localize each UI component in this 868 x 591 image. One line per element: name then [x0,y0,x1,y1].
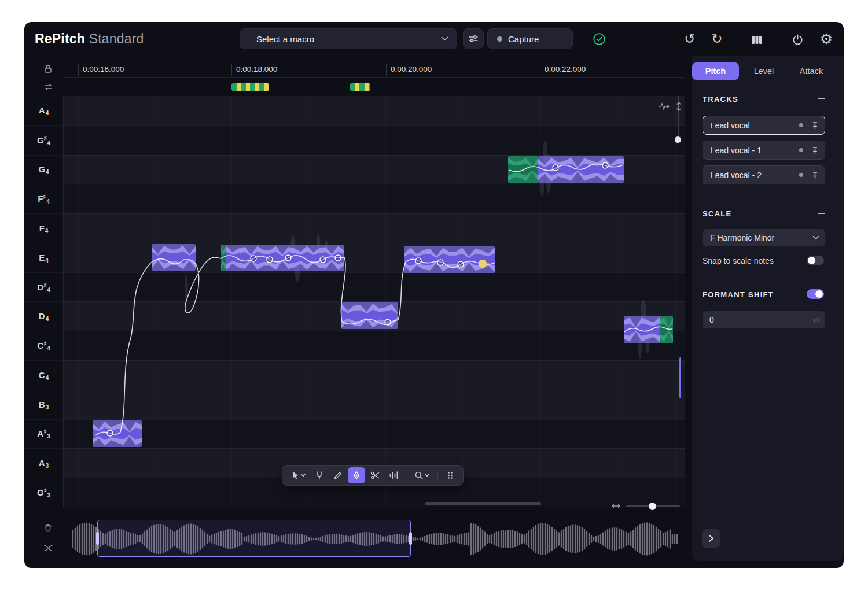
vertical-zoom-icon[interactable] [675,101,683,112]
pen-tool-button[interactable] [348,467,365,483]
overview-separator [24,515,685,515]
pitch-node[interactable] [251,256,256,261]
snap-to-scale-toggle[interactable] [807,256,824,265]
piano-key-gs3[interactable]: G♯3 [24,478,63,507]
pointer-tool-button[interactable] [286,467,310,483]
pitch-curves [95,164,672,435]
tab-pitch[interactable]: Pitch [692,62,739,80]
macro-select[interactable]: Select a macro [240,28,457,49]
toolbar-drag-handle[interactable] [442,467,459,483]
toolbar-divider [406,470,406,481]
scale-select[interactable]: F Harmonic Minor [703,229,825,246]
capture-status-dot [497,36,502,42]
pitch-node[interactable] [320,257,326,263]
track-mute-dot[interactable] [799,123,803,127]
tracks-section-title: TRACKS [703,95,738,104]
piano-key-e4[interactable]: E4 [24,243,63,272]
piano-key-a3[interactable]: A3 [24,448,63,478]
vertical-scroll-indicator[interactable] [679,357,681,398]
capture-lane[interactable] [64,78,685,97]
capture-button[interactable]: Capture [487,28,573,49]
snap-to-scale-label: Snap to scale notes [703,256,774,265]
panel-expand-button[interactable] [702,529,720,548]
scissors-tool-button[interactable] [366,467,384,483]
pitch-node[interactable] [335,255,341,261]
waveform-cursor-icon[interactable] [659,102,670,111]
app-window: RePitch Standard Select a macro Capture … [24,22,844,568]
pitch-node-active[interactable] [479,260,487,268]
tool-palette [282,465,464,486]
view-columns-button[interactable] [749,32,765,48]
tuning-fork-tool-button[interactable] [311,467,328,483]
redo-button[interactable]: ↻ [709,31,725,47]
piano-key-a4[interactable]: A4 [24,96,63,125]
undo-button[interactable]: ↺ [682,31,698,47]
track-mute-dot[interactable] [799,173,803,177]
tab-level[interactable]: Level [746,62,781,80]
pitch-node[interactable] [267,257,273,263]
track-mute-dot[interactable] [799,148,803,152]
track-item-lead-vocal[interactable]: Lead vocal [703,116,825,135]
zoom-slider-knob[interactable] [649,503,656,510]
pitch-node[interactable] [458,261,464,267]
tab-attack[interactable]: Attack [790,62,832,80]
pitch-node[interactable] [385,319,391,325]
pitch-node[interactable] [437,260,443,265]
piano-key-as3[interactable]: A♯3 [24,419,63,449]
pencil-tool-button[interactable] [329,467,347,483]
pitch-node[interactable] [415,258,421,264]
formant-section-title: FORMANT SHIFT [703,290,774,299]
zoom-tool-button[interactable] [410,467,434,483]
overview-strip[interactable] [69,519,683,559]
lock-icon[interactable] [39,60,57,77]
overview-selection[interactable] [97,520,411,557]
toolbar-divider [437,470,438,481]
piano-key-c4[interactable]: C4 [24,360,63,390]
scale-collapse-icon[interactable] [818,213,825,214]
piano-key-g4[interactable]: G4 [24,155,63,184]
track-item-lead-vocal-2[interactable]: Lead vocal - 2 [703,165,825,184]
pitch-node[interactable] [553,165,558,171]
vertical-scrollbar-handle[interactable] [675,136,681,143]
formant-shift-field[interactable]: 0 ct [703,311,825,328]
power-button[interactable] [789,31,806,47]
piano-key-ds4[interactable]: D♯4 [24,272,63,302]
pitch-node[interactable] [107,430,113,436]
piano-key-d4[interactable]: D4 [24,301,63,331]
formant-shift-toggle[interactable] [807,289,824,299]
piano-key-cs4[interactable]: C♯4 [24,331,63,360]
macro-select-value: Select a macro [256,34,441,44]
piano-key-b3[interactable]: B3 [24,390,63,419]
pitch-node[interactable] [602,162,608,168]
scale-section-title: SCALE [703,209,732,218]
pin-icon[interactable] [811,146,819,154]
pin-icon[interactable] [811,121,819,130]
timeline-ruler[interactable]: 0:00:16.000 0:00:18.000 0:00:20.000 0:00… [64,62,685,78]
pitch-node[interactable] [285,255,291,261]
horizontal-zoom-icon[interactable] [611,503,621,509]
warp-tool-button[interactable] [385,467,402,483]
selection-handle-left[interactable] [96,532,99,545]
macro-settings-button[interactable] [463,28,484,49]
pin-icon[interactable] [811,171,819,179]
tracks-collapse-icon[interactable] [818,98,825,99]
pitch-nodes [107,162,608,436]
crossfade-icon[interactable] [39,540,57,557]
panel-divider [703,197,825,197]
settings-gear-icon[interactable]: ⚙ [818,31,834,47]
scale-select-value: F Harmonic Minor [710,233,812,242]
brand-edition: Standard [89,31,144,46]
app-logo: RePitch Standard [35,31,144,47]
piano-key-gs4[interactable]: G♯4 [24,125,63,155]
track-item-lead-vocal-1[interactable]: Lead vocal - 1 [703,141,825,160]
piano-key-fs4[interactable]: F♯4 [24,184,63,213]
chevron-down-icon [441,36,448,41]
selection-handle-right[interactable] [409,532,412,545]
pitch-grid[interactable] [64,96,685,507]
note-clips [93,156,673,447]
ruler-tick: 0:00:20.000 [391,65,432,73]
piano-key-f4[interactable]: F4 [24,213,63,243]
trash-icon[interactable] [39,519,57,537]
horizontal-scrollbar[interactable] [425,502,541,505]
loop-icon[interactable] [39,78,57,95]
